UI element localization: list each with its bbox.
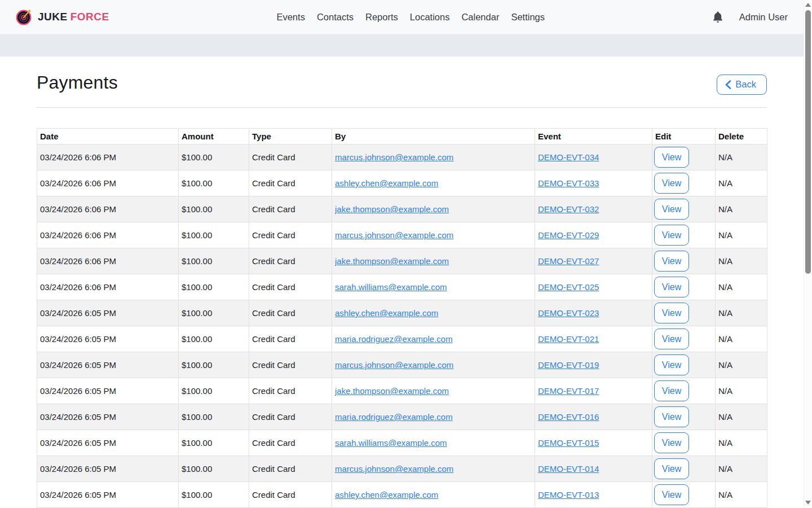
payment-by-cell: maria.rodriguez@example.com [332, 404, 535, 430]
payment-delete-cell: N/A [716, 378, 767, 404]
payment-type-cell: Credit Card [249, 274, 332, 300]
event-link[interactable]: DEMO-EVT-027 [538, 256, 599, 266]
payment-amount-cell: $100.00 [179, 248, 249, 274]
vertical-scrollbar[interactable] [804, 0, 812, 508]
table-row: 03/24/2026 6:05 PM $100.00 Credit Card m… [37, 352, 767, 378]
payment-type-cell: Credit Card [249, 456, 332, 482]
payer-email-link[interactable]: maria.rodriguez@example.com [335, 412, 453, 422]
event-link[interactable]: DEMO-EVT-015 [538, 438, 599, 448]
back-button[interactable]: Back [717, 75, 767, 95]
payment-edit-cell: View [652, 352, 716, 378]
payment-amount-cell: $100.00 [179, 274, 249, 300]
payment-by-cell: ashley.chen@example.com [332, 170, 535, 196]
payer-email-link[interactable]: marcus.johnson@example.com [335, 360, 453, 370]
payer-email-link[interactable]: jake.thompson@example.com [335, 256, 449, 266]
payer-email-link[interactable]: ashley.chen@example.com [335, 490, 438, 500]
view-button[interactable]: View [654, 173, 689, 194]
payment-amount-cell: $100.00 [179, 170, 249, 196]
payer-email-link[interactable]: ashley.chen@example.com [335, 308, 438, 318]
event-link[interactable]: DEMO-EVT-014 [538, 464, 599, 474]
payment-delete-cell: N/A [716, 326, 767, 352]
event-link[interactable]: DEMO-EVT-021 [538, 334, 599, 344]
payer-email-link[interactable]: marcus.johnson@example.com [335, 152, 453, 162]
payer-email-link[interactable]: sarah.williams@example.com [335, 282, 447, 292]
event-link[interactable]: DEMO-EVT-017 [538, 386, 599, 396]
payment-by-cell: ashley.chen@example.com [332, 300, 535, 326]
payment-amount-cell: $100.00 [179, 196, 249, 222]
view-button[interactable]: View [654, 406, 689, 427]
event-link[interactable]: DEMO-EVT-033 [538, 178, 599, 188]
payment-type-cell: Credit Card [249, 222, 332, 248]
nav-item-events[interactable]: Events [275, 10, 306, 25]
view-button[interactable]: View [654, 277, 689, 297]
payment-date-cell: 03/24/2026 6:05 PM [37, 300, 179, 326]
payer-email-link[interactable]: jake.thompson@example.com [335, 204, 449, 214]
scrollbar-up-arrow[interactable] [805, 3, 811, 7]
col-header-event: Event [535, 129, 652, 144]
view-button[interactable]: View [654, 225, 689, 246]
view-button[interactable]: View [654, 329, 689, 349]
event-link[interactable]: DEMO-EVT-034 [538, 152, 599, 162]
view-button[interactable]: View [654, 354, 689, 375]
nav-item-settings[interactable]: Settings [510, 10, 546, 25]
payment-event-cell: DEMO-EVT-033 [535, 170, 652, 196]
payment-delete-cell: N/A [716, 144, 767, 170]
scrollbar-down-arrow[interactable] [805, 501, 811, 505]
event-link[interactable]: DEMO-EVT-025 [538, 282, 599, 292]
nav-item-locations[interactable]: Locations [409, 10, 451, 25]
navbar-right: Admin User [712, 11, 788, 23]
view-button[interactable]: View [654, 303, 689, 323]
event-link[interactable]: DEMO-EVT-032 [538, 204, 599, 214]
payment-event-cell: DEMO-EVT-025 [535, 274, 652, 300]
notification-bell-icon[interactable] [712, 11, 723, 23]
nav-item-reports[interactable]: Reports [364, 10, 399, 25]
payment-edit-cell: View [652, 456, 716, 482]
payer-email-link[interactable]: jake.thompson@example.com [335, 386, 449, 396]
view-button[interactable]: View [654, 147, 689, 168]
title-row: Payments Back [37, 72, 767, 95]
payment-type-cell: Credit Card [249, 404, 332, 430]
payer-email-link[interactable]: sarah.williams@example.com [335, 438, 447, 448]
col-header-date: Date [37, 129, 179, 144]
payment-delete-cell: N/A [716, 170, 767, 196]
payment-type-cell: Credit Card [249, 248, 332, 274]
payment-date-cell: 03/24/2026 6:05 PM [37, 404, 179, 430]
view-button[interactable]: View [654, 484, 689, 505]
payment-delete-cell: N/A [716, 196, 767, 222]
payment-event-cell: DEMO-EVT-021 [535, 326, 652, 352]
view-button[interactable]: View [654, 251, 689, 271]
nav-item-calendar[interactable]: Calendar [460, 10, 500, 25]
brand-logo[interactable]: JUKEFORCE [16, 8, 109, 25]
view-button[interactable]: View [654, 458, 689, 479]
header-band [0, 34, 804, 56]
user-menu[interactable]: Admin User [739, 12, 788, 23]
col-header-delete: Delete [716, 129, 767, 144]
payment-date-cell: 03/24/2026 6:05 PM [37, 482, 179, 508]
view-button[interactable]: View [654, 380, 689, 401]
payer-email-link[interactable]: marcus.johnson@example.com [335, 230, 453, 240]
view-button[interactable]: View [654, 199, 689, 220]
page-viewport: JUKEFORCE Events Contacts Reports Locati… [0, 0, 804, 508]
table-row: 03/24/2026 6:05 PM $100.00 Credit Card a… [37, 300, 767, 326]
payer-email-link[interactable]: marcus.johnson@example.com [335, 464, 453, 474]
payment-amount-cell: $100.00 [179, 404, 249, 430]
event-link[interactable]: DEMO-EVT-023 [538, 308, 599, 318]
payment-by-cell: marcus.johnson@example.com [332, 456, 535, 482]
payment-event-cell: DEMO-EVT-014 [535, 456, 652, 482]
event-link[interactable]: DEMO-EVT-029 [538, 230, 599, 240]
payer-email-link[interactable]: ashley.chen@example.com [335, 178, 438, 188]
col-header-type: Type [249, 129, 332, 144]
event-link[interactable]: DEMO-EVT-016 [538, 412, 599, 422]
payer-email-link[interactable]: maria.rodriguez@example.com [335, 334, 453, 344]
nav-item-contacts[interactable]: Contacts [316, 10, 355, 25]
payment-date-cell: 03/24/2026 6:06 PM [37, 170, 179, 196]
event-link[interactable]: DEMO-EVT-019 [538, 360, 599, 370]
payment-edit-cell: View [652, 222, 716, 248]
view-button[interactable]: View [654, 432, 689, 453]
event-link[interactable]: DEMO-EVT-013 [538, 490, 599, 500]
payment-delete-cell: N/A [716, 482, 767, 508]
payment-delete-cell: N/A [716, 404, 767, 430]
scrollbar-thumb[interactable] [805, 10, 811, 274]
table-row: 03/24/2026 6:06 PM $100.00 Credit Card m… [37, 222, 767, 248]
table-row: 03/24/2026 6:05 PM $100.00 Credit Card a… [37, 482, 767, 508]
